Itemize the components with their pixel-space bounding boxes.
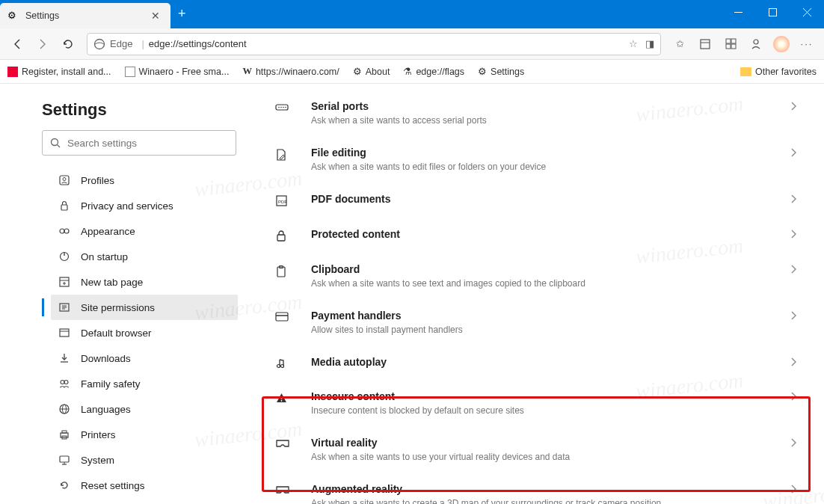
permission-text: PDF documents: [311, 193, 784, 205]
nav-item-site-permissions[interactable]: Site permissions: [51, 295, 238, 320]
permission-row-protected-content[interactable]: Protected content: [268, 218, 808, 253]
permission-title: Payment handlers: [311, 310, 784, 322]
nav-item-downloads[interactable]: Downloads: [51, 345, 238, 371]
nav-icon: [58, 352, 72, 364]
address-url: edge://settings/content: [149, 38, 629, 49]
bookmark-item[interactable]: Settings: [478, 66, 524, 77]
nav-item-profiles[interactable]: Profiles: [51, 168, 238, 193]
svg-point-18: [64, 229, 69, 233]
svg-rect-16: [61, 205, 67, 210]
forward-button[interactable]: [30, 31, 55, 57]
svg-point-34: [64, 381, 68, 384]
vr-icon: [275, 483, 304, 495]
permission-desc: Ask when a site wants to see text and im…: [311, 278, 784, 289]
vr-icon: [275, 437, 304, 449]
bookmark-item[interactable]: ⚗edge://flags: [403, 66, 464, 77]
nav-item-phone-and-other-devices[interactable]: Phone and other devices: [51, 498, 238, 504]
address-prefix: Edge: [110, 38, 132, 49]
reader-icon[interactable]: ◨: [645, 38, 654, 49]
nav-item-on-startup[interactable]: On startup: [51, 244, 238, 269]
nav-icon: [58, 251, 72, 262]
nav-item-privacy-and-services[interactable]: Privacy and services: [51, 193, 238, 218]
search-settings-box[interactable]: [42, 130, 236, 156]
star-icon[interactable]: ☆: [629, 38, 638, 49]
permission-text: ClipboardAsk when a site wants to see te…: [311, 263, 784, 289]
nav-icon: [58, 327, 72, 339]
nav-label: Profiles: [81, 175, 114, 186]
svg-rect-29: [60, 329, 69, 336]
minimize-button[interactable]: [721, 0, 755, 24]
svg-rect-39: [62, 431, 67, 433]
permission-row-serial-ports[interactable]: Serial portsAsk when a site wants to acc…: [268, 90, 808, 136]
favorites-button[interactable]: ✩: [667, 31, 692, 57]
permission-row-virtual-reality[interactable]: Virtual realityAsk when a site wants to …: [268, 426, 808, 473]
permission-title: Clipboard: [311, 263, 784, 275]
payment-icon: [275, 310, 304, 322]
svg-point-49: [283, 107, 284, 108]
permission-row-pdf-documents[interactable]: PDFPDF documents: [268, 182, 808, 218]
nav-item-new-tab-page[interactable]: New tab page: [51, 269, 238, 295]
permission-row-insecure-content[interactable]: Insecure contentInsecure content is bloc…: [268, 380, 808, 426]
gear-icon: [7, 10, 19, 22]
permission-row-file-editing[interactable]: File editingAsk when a site wants to edi…: [268, 136, 808, 182]
svg-rect-41: [60, 456, 69, 462]
close-window-button[interactable]: [790, 0, 824, 24]
svg-point-50: [285, 107, 286, 108]
pdf-icon: PDF: [275, 193, 304, 207]
nav-label: On startup: [81, 251, 128, 262]
svg-rect-8: [731, 39, 736, 43]
permission-text: Insecure contentInsecure content is bloc…: [311, 390, 784, 416]
svg-line-13: [58, 144, 61, 147]
address-bar[interactable]: Edge | edge://settings/content ☆ ◨: [87, 33, 661, 55]
chevron-right-icon: [791, 483, 797, 494]
history-button[interactable]: [718, 31, 743, 57]
permission-desc: Insecure content is blocked by default o…: [311, 405, 784, 416]
permission-row-augmented-reality[interactable]: Augmented realityAsk when a site wants t…: [268, 473, 808, 504]
chevron-right-icon: [791, 228, 797, 239]
collections-button[interactable]: [692, 31, 718, 57]
permission-text: Augmented realityAsk when a site wants t…: [311, 483, 784, 504]
other-favorites[interactable]: Other favorites: [740, 67, 817, 77]
bookmark-item[interactable]: Whttps://winaero.com/: [242, 66, 339, 77]
nav-label: Site permissions: [81, 302, 155, 313]
browser-tab[interactable]: Settings ✕: [0, 3, 170, 28]
svg-point-48: [280, 107, 282, 108]
nav-item-printers[interactable]: Printers: [51, 422, 238, 447]
nav-icon: [58, 174, 72, 186]
permission-text: File editingAsk when a site wants to edi…: [311, 147, 784, 172]
window-controls: [721, 0, 824, 24]
svg-point-11: [754, 40, 758, 44]
nav-item-default-browser[interactable]: Default browser: [51, 320, 238, 345]
search-icon: [50, 138, 61, 149]
avatar-button[interactable]: [769, 31, 794, 57]
toolbar: Edge | edge://settings/content ☆ ◨ ✩ ···: [0, 28, 824, 60]
maximize-button[interactable]: [755, 0, 790, 24]
profile-button[interactable]: [743, 31, 769, 57]
svg-rect-7: [726, 39, 731, 43]
nav-item-system[interactable]: System: [51, 447, 238, 473]
close-tab-icon[interactable]: ✕: [148, 10, 163, 22]
permission-desc: Ask when a site wants to create a 3D map…: [311, 498, 784, 504]
nav-icon: [58, 200, 72, 212]
permission-text: Virtual realityAsk when a site wants to …: [311, 437, 784, 462]
permission-row-payment-handlers[interactable]: Payment handlersAllow sites to install p…: [268, 299, 808, 345]
bookmark-item[interactable]: Register, install and...: [7, 67, 111, 77]
permission-row-clipboard[interactable]: ClipboardAsk when a site wants to see te…: [268, 253, 808, 299]
bookmark-item[interactable]: Winaero - Free sma...: [125, 67, 230, 77]
nav-label: Languages: [81, 404, 131, 415]
nav-item-reset-settings[interactable]: Reset settings: [51, 473, 238, 498]
nav-label: System: [81, 455, 114, 466]
nav-item-family-safety[interactable]: Family safety: [51, 371, 238, 396]
svg-rect-56: [276, 313, 288, 321]
refresh-button[interactable]: [55, 31, 81, 57]
new-tab-button[interactable]: +: [170, 0, 194, 28]
permission-desc: Allow sites to install payment handlers: [311, 325, 784, 335]
bookmark-item[interactable]: About: [353, 66, 390, 77]
nav-item-appearance[interactable]: Appearance: [51, 218, 238, 244]
nav-icon: [58, 403, 72, 415]
search-input[interactable]: [67, 138, 228, 149]
back-button[interactable]: [4, 31, 30, 57]
menu-button[interactable]: ···: [794, 31, 820, 57]
nav-item-languages[interactable]: Languages: [51, 396, 238, 422]
permission-row-media-autoplay[interactable]: Media autoplay: [268, 345, 808, 380]
